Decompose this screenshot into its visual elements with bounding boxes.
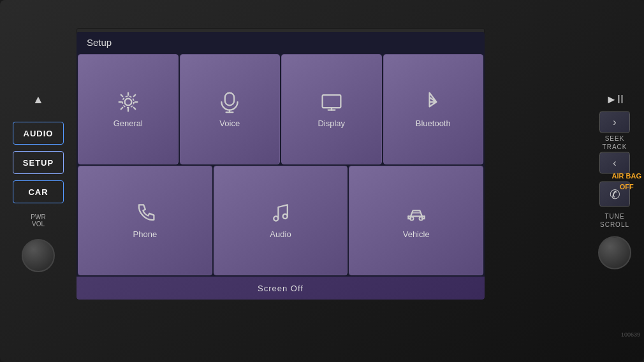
screen-off-button[interactable]: Screen Off [77,277,485,300]
svg-rect-5 [322,95,340,108]
phone-icon [133,201,156,224]
svg-point-0 [124,98,131,105]
head-unit: ▲ AUDIO SETUP CAR PWRVOL Setup [0,0,644,362]
display-label: Display [318,119,345,128]
grid-section: General Voice [77,53,485,277]
seek-forward-icon: › [613,117,616,128]
svg-point-11 [419,217,422,221]
eject-button[interactable]: ▲ [26,90,51,109]
bottom-grid: Phone Audio [77,165,485,277]
music-note-icon [269,201,292,224]
setup-button[interactable]: SETUP [13,151,64,174]
airbag-status: AIR BAG OFF [610,171,644,192]
version-tag: 100639 [621,331,640,338]
bluetooth-icon [421,90,444,113]
svg-rect-2 [225,92,234,105]
car-icon [405,201,428,224]
audio-settings-label: Audio [270,229,291,239]
seek-forward-button[interactable]: › [599,112,630,133]
left-panel: ▲ AUDIO SETUP CAR PWRVOL [13,90,64,272]
display-icon [320,90,343,113]
tune-scroll-label: TUNESCROLL [600,212,629,229]
svg-point-8 [274,217,278,221]
bluetooth-label: Bluetooth [416,119,451,128]
general-label: General [113,119,143,128]
tune-knob[interactable] [598,236,631,270]
screen-title: Setup [77,32,485,53]
svg-point-9 [283,214,288,219]
vehicle-label: Vehicle [403,229,430,239]
seek-container: › SEEKTRACK ‹ [599,112,630,174]
phone-label: Phone [133,229,157,239]
svg-point-10 [410,217,413,221]
general-button[interactable]: General [78,54,179,164]
voice-icon [218,90,241,113]
airbag-off-label: OFF [612,181,641,192]
volume-knob[interactable] [22,239,55,272]
play-pause-button[interactable]: ►II [606,93,624,106]
vol-label: PWRVOL [31,214,45,228]
vehicle-button[interactable]: Vehicle [349,166,483,276]
gear-icon [117,90,140,113]
airbag-label: AIR BAG [612,171,641,182]
audio-button[interactable]: AUDIO [13,122,64,145]
screen-off-label: Screen Off [258,284,304,293]
audio-settings-button[interactable]: Audio [214,166,348,276]
voice-button[interactable]: Voice [180,54,281,164]
voice-label: Voice [219,119,240,128]
seek-track-label: SEEKTRACK [603,134,627,151]
phone-button[interactable]: Phone [78,166,212,276]
display-button[interactable]: Display [281,54,382,164]
screen-display: Setup General [77,32,485,300]
bluetooth-button[interactable]: Bluetooth [383,54,484,164]
main-screen: Setup General [77,32,485,300]
car-button[interactable]: CAR [13,180,64,203]
seek-back-icon: ‹ [613,157,616,169]
top-grid: General Voice [77,53,485,165]
